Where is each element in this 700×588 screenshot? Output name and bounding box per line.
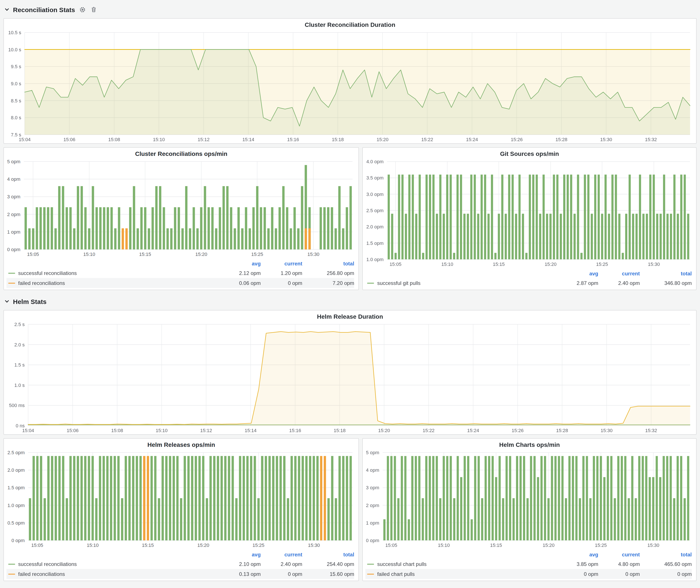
svg-text:0 opm: 0 opm (11, 538, 25, 543)
panel-cluster-reconciliations-opm: Cluster Reconciliations ops/min 15:0515:… (3, 147, 359, 290)
panel-title[interactable]: Cluster Reconciliation Duration (4, 19, 696, 29)
svg-text:0.5 opm: 0.5 opm (8, 520, 25, 526)
svg-text:15:15: 15:15 (142, 543, 154, 548)
svg-text:15:28: 15:28 (555, 137, 567, 142)
panel-row: Cluster Reconciliations ops/min 15:0515:… (3, 147, 697, 290)
svg-text:15:06: 15:06 (67, 428, 79, 433)
legend-header-total[interactable]: total (640, 551, 692, 557)
legend-current-value: 4.80 opm (598, 561, 640, 567)
section-title: Helm Stats (13, 298, 47, 305)
svg-text:1.0 s: 1.0 s (14, 383, 25, 388)
svg-text:2 opm: 2 opm (366, 503, 379, 508)
svg-text:0 opm: 0 opm (366, 538, 379, 543)
svg-text:15:12: 15:12 (200, 428, 212, 433)
svg-text:4.0 opm: 4.0 opm (366, 159, 384, 164)
legend-series-toggle[interactable]: failed chart pulls (366, 571, 551, 577)
svg-text:15:20: 15:20 (543, 543, 555, 548)
legend-header-current[interactable]: current (598, 551, 640, 557)
svg-text:15:32: 15:32 (645, 428, 657, 433)
legend-avg-value: 0 opm (551, 571, 598, 577)
svg-text:15:30: 15:30 (648, 543, 660, 548)
svg-text:15:24: 15:24 (467, 428, 479, 433)
svg-text:1 opm: 1 opm (7, 229, 20, 235)
legend-header-avg[interactable]: avg (551, 270, 598, 276)
svg-text:2.5 opm: 2.5 opm (366, 208, 384, 213)
series-color-icon (8, 564, 15, 564)
panel-title[interactable]: Helm Charts ops/min (363, 439, 696, 449)
legend-avg-value: 2.87 opm (551, 280, 598, 286)
cluster-reconciliation-duration-chart[interactable]: 15:0415:0615:0815:1015:1215:1415:1615:18… (4, 29, 696, 143)
svg-text:5 opm: 5 opm (7, 159, 20, 164)
section-header-reconciliation-stats[interactable]: Reconciliation Stats (4, 3, 697, 16)
legend-series-toggle[interactable]: successful chart pulls (366, 561, 551, 567)
svg-text:1.5 opm: 1.5 opm (366, 241, 384, 246)
svg-text:15:20: 15:20 (195, 252, 207, 257)
legend-total-value: 254.40 opm (302, 561, 354, 567)
helm-releases-opm-chart[interactable]: 15:0515:1015:1515:2015:2515:300 opm0.5 o… (4, 449, 359, 549)
svg-text:15:14: 15:14 (242, 137, 254, 142)
cluster-reconciliations-opm-chart[interactable]: 15:0515:1015:1515:2015:2515:300 opm1 opm… (4, 158, 359, 258)
legend-current-value: 0 opm (261, 571, 302, 577)
panel-title[interactable]: Helm Releases ops/min (4, 439, 359, 449)
svg-text:15:20: 15:20 (378, 428, 390, 433)
helm-charts-opm-chart[interactable]: 15:0515:1015:1515:2015:2515:300 opm1 opm… (363, 449, 696, 549)
chevron-down-icon (4, 299, 10, 304)
svg-text:2.0 opm: 2.0 opm (366, 224, 384, 229)
legend-total-value: 465.60 opm (640, 561, 692, 567)
git-sources-opm-chart[interactable]: 15:0515:1015:1515:2015:2515:301.0 opm1.5… (363, 158, 696, 268)
legend-header-total[interactable]: total (302, 260, 354, 267)
svg-text:9.5 s: 9.5 s (11, 64, 21, 69)
legend-total-value: 15.60 opm (302, 571, 354, 577)
svg-text:15:25: 15:25 (596, 262, 608, 267)
svg-text:10.0 s: 10.0 s (8, 47, 21, 52)
legend-header-avg[interactable]: avg (551, 551, 598, 557)
panel-cluster-reconciliation-duration: Cluster Reconciliation Duration 15:0415:… (3, 18, 697, 144)
legend-row-successful-git-pulls: successful git pulls 2.87 opm 2.40 opm 3… (366, 278, 692, 288)
panel-helm-releases-opm: Helm Releases ops/min 15:0515:1015:1515:… (3, 438, 359, 581)
legend-avg-value: 2.10 opm (213, 561, 261, 567)
svg-text:15:05: 15:05 (27, 252, 39, 257)
legend-series-toggle[interactable]: successful reconciliations (6, 561, 213, 567)
legend-header-current[interactable]: current (261, 260, 302, 267)
section-title: Reconciliation Stats (13, 6, 75, 13)
legend-header-total[interactable]: total (640, 270, 692, 276)
legend-series-toggle[interactable]: failed reconciliations (6, 571, 213, 577)
svg-text:15:05: 15:05 (31, 543, 43, 548)
helm-release-duration-chart[interactable]: 15:0415:0615:0815:1015:1215:1415:1615:18… (4, 321, 696, 434)
svg-text:15:16: 15:16 (287, 137, 299, 142)
legend-series-toggle[interactable]: failed reconciliations (6, 280, 213, 286)
svg-text:15:22: 15:22 (421, 137, 433, 142)
svg-text:1.0 opm: 1.0 opm (8, 503, 25, 508)
svg-text:15:30: 15:30 (600, 137, 612, 142)
legend-row-successful-reconciliations: successful reconciliations 2.10 opm 2.40… (6, 559, 354, 569)
svg-text:3.5 opm: 3.5 opm (366, 175, 384, 181)
trash-icon[interactable] (90, 6, 98, 13)
legend-row-failed-chart-pulls: failed chart pulls 0 opm 0 opm 0 opm (366, 569, 692, 579)
panel-title[interactable]: Helm Release Duration (4, 310, 696, 321)
panel-title[interactable]: Git Sources ops/min (363, 148, 696, 158)
svg-text:1 opm: 1 opm (366, 520, 379, 526)
svg-text:15:05: 15:05 (385, 543, 397, 548)
svg-text:15:20: 15:20 (377, 137, 389, 142)
svg-text:9.0 s: 9.0 s (11, 81, 21, 86)
svg-text:0 opm: 0 opm (7, 247, 20, 252)
legend-series-toggle[interactable]: successful git pulls (366, 280, 551, 286)
svg-text:15:06: 15:06 (63, 137, 75, 142)
legend-series-toggle[interactable]: successful reconciliations (6, 270, 213, 276)
svg-text:2.5 opm: 2.5 opm (8, 450, 25, 455)
series-color-icon (367, 573, 374, 574)
svg-text:2 opm: 2 opm (7, 212, 20, 217)
legend-header-avg[interactable]: avg (213, 260, 261, 267)
legend-header-total[interactable]: total (302, 551, 354, 557)
gear-icon[interactable] (79, 6, 86, 13)
legend-header-current[interactable]: current (261, 551, 302, 557)
svg-text:500 ms: 500 ms (9, 403, 25, 408)
svg-text:15:25: 15:25 (252, 543, 264, 548)
svg-text:4 opm: 4 opm (366, 467, 379, 473)
svg-text:1.0 opm: 1.0 opm (366, 257, 384, 262)
svg-text:15:15: 15:15 (490, 543, 502, 548)
section-header-helm-stats[interactable]: Helm Stats (4, 295, 697, 307)
legend-header-current[interactable]: current (598, 270, 640, 276)
legend-header-avg[interactable]: avg (213, 551, 261, 557)
panel-title[interactable]: Cluster Reconciliations ops/min (4, 148, 359, 158)
